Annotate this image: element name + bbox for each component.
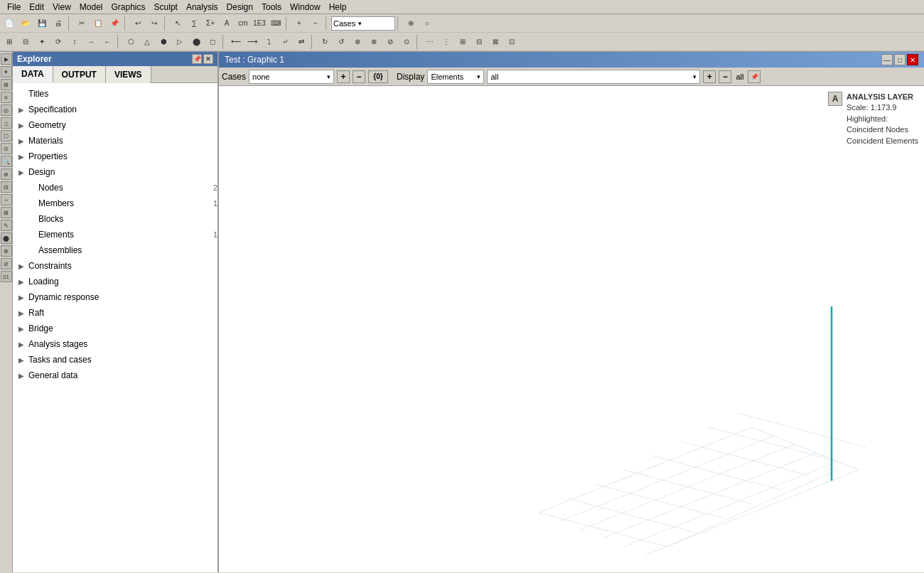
- tb2-30[interactable]: ⊡: [504, 34, 520, 50]
- tree-geometry[interactable]: ▶ Geometry: [13, 117, 217, 133]
- tab-data[interactable]: DATA: [13, 66, 53, 83]
- tab-output[interactable]: OUTPUT: [53, 66, 106, 83]
- tree-bridge[interactable]: ▶ Bridge: [13, 321, 217, 336]
- tree-elements[interactable]: Elements 1: [13, 227, 217, 242]
- tb-redo[interactable]: ↪: [146, 16, 162, 31]
- tb2-27[interactable]: ⊞: [455, 34, 471, 50]
- explorer-pin-btn[interactable]: 📌: [192, 54, 202, 64]
- tb-b6[interactable]: ⌨: [268, 16, 284, 31]
- menu-sculpt[interactable]: Sculpt: [150, 2, 182, 12]
- tb-cut[interactable]: ✂: [74, 16, 90, 31]
- tb2-9[interactable]: △: [139, 34, 155, 50]
- viewport[interactable]: A ANALYSIS LAYER Scale: 1:173.9 Highligh…: [219, 86, 924, 572]
- tb2-16[interactable]: ⤵: [261, 34, 276, 50]
- menu-design[interactable]: Design: [222, 2, 257, 12]
- iconbar-16[interactable]: ⊗: [1, 245, 12, 257]
- tb-zoom-in[interactable]: +: [291, 16, 307, 31]
- tb-b5[interactable]: 1E3: [252, 16, 267, 31]
- toolbar-dropdown-beam[interactable]: Cases ▾: [331, 16, 395, 31]
- tb2-28[interactable]: ⊟: [471, 34, 487, 50]
- tb-select[interactable]: ↖: [170, 16, 186, 31]
- tb-save[interactable]: 💾: [34, 16, 50, 31]
- menu-edit[interactable]: Edit: [25, 2, 48, 12]
- tb2-18[interactable]: ⇄: [294, 34, 309, 50]
- tb-extra2[interactable]: ○: [419, 16, 435, 31]
- menu-file[interactable]: File: [3, 2, 25, 12]
- tb2-2[interactable]: ⊟: [18, 34, 33, 50]
- iconbar-11[interactable]: ⊟: [1, 181, 12, 193]
- tree-tasks-cases[interactable]: ▶ Tasks and cases: [13, 352, 217, 368]
- tb2-19[interactable]: ↻: [317, 34, 333, 50]
- iconbar-4[interactable]: ≡: [1, 92, 12, 103]
- cases-dropdown[interactable]: none ▾: [249, 70, 334, 84]
- tree-loading[interactable]: ▶ Loading: [13, 274, 217, 289]
- menu-window[interactable]: Window: [286, 2, 325, 12]
- iconbar-12[interactable]: ↔: [1, 194, 12, 205]
- tree-titles[interactable]: Titles: [13, 86, 217, 102]
- tb-open[interactable]: 📂: [18, 16, 33, 31]
- tb2-13[interactable]: ◻: [205, 34, 220, 50]
- tree-constraints[interactable]: ▶ Constraints: [13, 258, 217, 274]
- cases-remove-btn[interactable]: −: [353, 70, 365, 83]
- cases-add-btn[interactable]: +: [337, 70, 350, 83]
- graphic-maximize-btn[interactable]: □: [894, 54, 906, 65]
- tb-new[interactable]: 📄: [1, 16, 17, 31]
- display-dropdown[interactable]: Elements ▾: [427, 70, 484, 84]
- tb2-22[interactable]: ⊗: [366, 34, 382, 50]
- tb2-29[interactable]: ⊠: [488, 34, 503, 50]
- tb2-4[interactable]: ⟳: [50, 34, 66, 50]
- tb2-23[interactable]: ⊘: [382, 34, 398, 50]
- tb-paste[interactable]: 📌: [107, 16, 122, 31]
- explorer-close-btn[interactable]: ✕: [203, 54, 213, 64]
- iconbar-6[interactable]: △: [1, 117, 12, 129]
- tb2-8[interactable]: ⬡: [123, 34, 139, 50]
- iconbar-1[interactable]: ▶: [1, 53, 12, 65]
- tb2-24[interactable]: ⊙: [399, 34, 414, 50]
- menu-view[interactable]: View: [48, 2, 75, 12]
- iconbar-3[interactable]: ⊞: [1, 79, 12, 90]
- tb-copy[interactable]: 📋: [90, 16, 106, 31]
- tb2-1[interactable]: ⊞: [1, 34, 17, 50]
- tree-members[interactable]: Members 1: [13, 196, 217, 211]
- tb2-26[interactable]: ⋮: [439, 34, 454, 50]
- tree-dynamic-response[interactable]: ▶ Dynamic response: [13, 289, 217, 305]
- iconbar-5[interactable]: ◎: [1, 105, 12, 116]
- tb2-21[interactable]: ⊕: [350, 34, 365, 50]
- tree-properties[interactable]: ▶ Properties: [13, 149, 217, 164]
- iconbar-7[interactable]: ⬡: [1, 130, 12, 141]
- tb2-17[interactable]: ⤶: [277, 34, 293, 50]
- tree-assemblies[interactable]: Assemblies: [13, 242, 217, 258]
- tree-design[interactable]: ▶ Design: [13, 164, 217, 180]
- iconbar-9[interactable]: 🔍: [1, 156, 12, 167]
- tb-b3[interactable]: A: [219, 16, 235, 31]
- menu-model[interactable]: Model: [75, 2, 107, 12]
- tb2-3[interactable]: ✦: [34, 34, 50, 50]
- menu-analysis[interactable]: Analysis: [182, 2, 222, 12]
- iconbar-17[interactable]: ⊘: [1, 258, 12, 269]
- iconbar-10[interactable]: ⊕: [1, 168, 12, 180]
- tb-undo[interactable]: ↩: [130, 16, 146, 31]
- tb-b4[interactable]: cm: [235, 16, 251, 31]
- iconbar-18[interactable]: 21: [1, 271, 12, 282]
- tb2-10[interactable]: ⬢: [156, 34, 171, 50]
- tb2-20[interactable]: ↺: [333, 34, 349, 50]
- tb2-7[interactable]: ←: [100, 34, 115, 50]
- all-dropdown[interactable]: all ▾: [487, 70, 700, 84]
- tree-specification[interactable]: ▶ Specification: [13, 102, 217, 117]
- menu-graphics[interactable]: Graphics: [107, 2, 150, 12]
- iconbar-8[interactable]: ⊙: [1, 143, 12, 154]
- tb-b1[interactable]: ∑: [186, 16, 202, 31]
- menu-help[interactable]: Help: [325, 2, 351, 12]
- tb-print[interactable]: 🖨: [50, 16, 66, 31]
- iconbar-2[interactable]: ✦: [1, 66, 12, 77]
- graphic-close-btn[interactable]: ✕: [907, 54, 918, 65]
- tree-analysis-stages[interactable]: ▶ Analysis stages: [13, 336, 217, 352]
- tree-nodes[interactable]: Nodes 2: [13, 180, 217, 196]
- tb2-14[interactable]: ⟵: [228, 34, 244, 50]
- tree-blocks[interactable]: Blocks: [13, 211, 217, 227]
- tb-b2[interactable]: Σ+: [203, 16, 218, 31]
- all-pin-btn[interactable]: 📌: [748, 70, 761, 83]
- iconbar-13[interactable]: ⊞: [1, 207, 12, 218]
- all-remove-btn[interactable]: −: [719, 70, 731, 83]
- graphic-minimize-btn[interactable]: —: [881, 54, 893, 65]
